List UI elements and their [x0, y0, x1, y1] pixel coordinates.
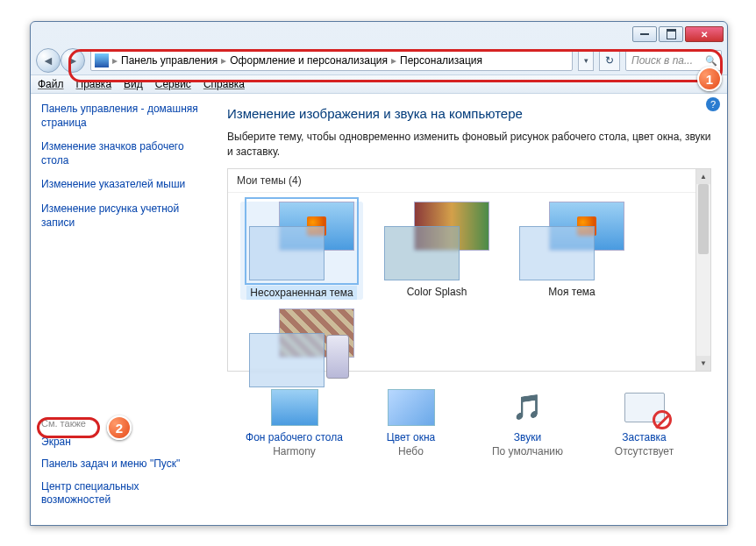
- minimize-button[interactable]: [632, 26, 657, 42]
- page-title: Изменение изображения и звука на компьют…: [227, 106, 711, 121]
- scroll-down-icon[interactable]: ▼: [696, 356, 710, 371]
- theme-label: Color Splash: [407, 286, 467, 298]
- sidebar-taskbar[interactable]: Панель задач и меню "Пуск": [41, 457, 201, 472]
- search-placeholder: Поиск в па...: [631, 54, 693, 67]
- maximize-button[interactable]: [659, 26, 683, 42]
- value: Harmony: [242, 445, 347, 457]
- sidebar-mouse-pointers[interactable]: Изменение указателей мыши: [41, 178, 201, 192]
- sidebar-desktop-icons[interactable]: Изменение значков рабочего стола: [41, 140, 201, 167]
- menu-help[interactable]: Справка: [203, 78, 245, 90]
- theme-unsaved[interactable]: Несохраненная тема: [240, 202, 363, 300]
- scrollbar[interactable]: ▲ ▼: [695, 169, 710, 371]
- menu-view[interactable]: Вид: [124, 78, 143, 90]
- body: Панель управления - домашняя страница Из…: [31, 94, 727, 525]
- menu-tools[interactable]: Сервис: [155, 78, 191, 90]
- address-bar[interactable]: ▸ Панель управления ▸ Оформление и персо…: [90, 50, 573, 71]
- close-button[interactable]: ✕: [685, 26, 724, 42]
- label: Фон рабочего стола: [242, 431, 347, 443]
- my-themes-header: Мои темы (4): [228, 169, 710, 193]
- menu-edit[interactable]: Правка: [76, 78, 112, 90]
- sidebar-account-picture[interactable]: Изменение рисунка учетной записи: [41, 202, 201, 230]
- scroll-thumb[interactable]: [698, 184, 709, 254]
- value: По умолчанию: [475, 445, 581, 457]
- annotation-badge-1: 1: [697, 67, 722, 91]
- annotation-badge-2: 2: [107, 415, 132, 440]
- address-dropdown[interactable]: ▾: [578, 50, 594, 71]
- help-icon[interactable]: ?: [706, 97, 720, 111]
- nav-row: ◄ ► ▸ Панель управления ▸ Оформление и п…: [31, 46, 727, 74]
- control-panel-icon: [95, 53, 109, 67]
- value: Отсутствует: [592, 445, 697, 457]
- breadcrumb-personalization[interactable]: Персонализация: [396, 54, 486, 67]
- scroll-up-icon[interactable]: ▲: [696, 169, 710, 184]
- personalization-window: ✕ ◄ ► ▸ Панель управления ▸ Оформление и…: [30, 21, 728, 526]
- sidebar-ease-of-access[interactable]: Центр специальных возможностей: [41, 480, 201, 507]
- value: Небо: [359, 445, 464, 457]
- theme-item[interactable]: [240, 308, 363, 393]
- themes-panel: Мои темы (4) Несохраненная тема Color Sp…: [227, 168, 711, 372]
- theme-label: Несохраненная тема: [246, 286, 356, 300]
- label: Звуки: [475, 431, 581, 443]
- sidebar: Панель управления - домашняя страница Из…: [31, 94, 211, 525]
- label: Цвет окна: [359, 431, 464, 443]
- nav-buttons: ◄ ►: [36, 48, 85, 73]
- forward-button[interactable]: ►: [61, 48, 85, 73]
- theme-my-theme[interactable]: Моя тема: [510, 202, 633, 300]
- label: Заставка: [592, 431, 697, 443]
- main-panel: ? Изменение изображения и звука на компь…: [211, 94, 727, 525]
- theme-label: Моя тема: [548, 286, 596, 298]
- breadcrumb-appearance[interactable]: Оформление и персонализация: [226, 54, 391, 67]
- theme-color-splash[interactable]: Color Splash: [375, 202, 498, 300]
- page-description: Выберите тему, чтобы одновременно измени…: [227, 130, 711, 160]
- back-button[interactable]: ◄: [36, 48, 61, 73]
- menu-bar: Файл Правка Вид Сервис Справка: [31, 74, 727, 94]
- theme-grid: Несохраненная тема Color Splash Моя тема: [228, 193, 710, 401]
- breadcrumb-control-panel[interactable]: Панель управления: [118, 54, 221, 67]
- sidebar-home[interactable]: Панель управления - домашняя страница: [41, 103, 201, 130]
- menu-file[interactable]: Файл: [38, 78, 64, 90]
- refresh-button[interactable]: ↻: [599, 50, 620, 71]
- screensaver-icon: [621, 389, 668, 426]
- titlebar: ✕: [31, 22, 727, 46]
